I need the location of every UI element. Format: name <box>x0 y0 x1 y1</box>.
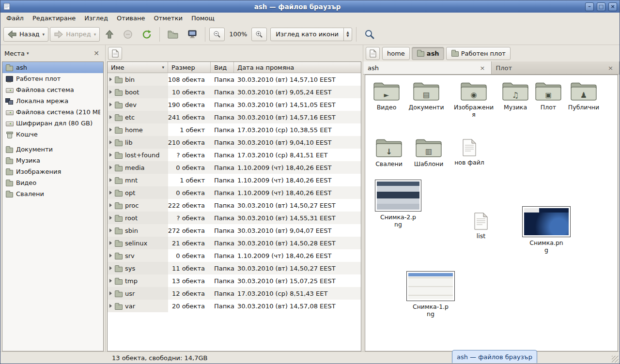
expander-icon[interactable] <box>109 153 112 157</box>
expander-icon[interactable] <box>109 228 112 232</box>
expander-icon[interactable] <box>109 203 112 207</box>
column-header-size[interactable]: Размер <box>168 62 211 73</box>
file-row[interactable]: sys 11 обекта Папка 30.03.2010 (вт) 14,5… <box>108 262 361 274</box>
tab-close-icon[interactable]: × <box>479 64 487 72</box>
sidebar-close-icon[interactable]: ✕ <box>92 49 101 58</box>
column-header-type[interactable]: Вид <box>211 62 234 73</box>
place-item[interactable]: Кошче <box>2 129 103 140</box>
back-history-dropdown-icon[interactable]: ▾ <box>43 32 45 37</box>
expander-icon[interactable] <box>109 254 112 258</box>
place-item[interactable]: Локална мрежа <box>2 95 103 106</box>
icon-item[interactable]: Шаблони <box>407 137 450 167</box>
expander-icon[interactable] <box>109 291 112 295</box>
zoom-in-button[interactable] <box>251 28 267 41</box>
expander-icon[interactable] <box>109 140 112 144</box>
sidebar-title[interactable]: Места <box>4 50 25 57</box>
taskbar-window-button[interactable]: ash — файлов браузър <box>452 350 537 363</box>
place-item[interactable]: Документи <box>2 144 103 155</box>
file-row[interactable]: root ? обекта Папка 30.03.2010 (вт) 14,5… <box>108 212 361 224</box>
back-button[interactable]: Назад ▾ <box>3 27 48 42</box>
place-item[interactable]: Работен плот <box>2 73 103 84</box>
menu-item[interactable]: Изглед <box>80 13 112 24</box>
file-row[interactable]: srv 0 обекта Папка 1.10.2009 (чт) 18,40,… <box>108 249 361 262</box>
tab[interactable]: Плот × <box>492 61 620 74</box>
file-row[interactable]: selinux 21 обекта Папка 30.03.2010 (вт) … <box>108 237 361 249</box>
close-button[interactable]: × <box>608 2 617 11</box>
menu-item[interactable]: Редактиране <box>28 13 80 24</box>
forward-button[interactable]: Напред ▾ <box>50 27 100 42</box>
icon-item[interactable]: Видео <box>365 80 408 111</box>
root-location-button[interactable] <box>366 47 380 60</box>
icon-item[interactable]: Документи <box>405 80 448 111</box>
expander-icon[interactable] <box>109 241 112 245</box>
menu-item[interactable]: Отметки <box>149 13 186 24</box>
expander-icon[interactable] <box>109 304 112 308</box>
up-button[interactable] <box>101 27 118 42</box>
file-row[interactable]: lib 210 обекта Папка 30.03.2010 (вт) 9,0… <box>108 136 361 149</box>
file-row[interactable]: usr 12 обекта Папка 17.03.2010 (ср) 8,51… <box>108 287 361 300</box>
place-item[interactable]: Файлова система <box>2 84 103 95</box>
breadcrumb-button[interactable]: home <box>382 47 410 60</box>
icon-item[interactable]: Снимка-2.png <box>377 180 419 228</box>
file-row[interactable]: media 0 обекта Папка 1.10.2009 (чт) 18,4… <box>108 161 361 174</box>
icon-item[interactable]: Публични <box>562 80 605 111</box>
place-item[interactable]: ash <box>2 62 103 73</box>
file-row[interactable]: var 20 обекта Папка 30.03.2010 (вт) 14,5… <box>108 300 361 312</box>
icon-item[interactable]: list <box>460 212 502 240</box>
expander-icon[interactable] <box>109 178 112 182</box>
menu-item[interactable]: Отиване <box>112 13 149 24</box>
place-item[interactable]: Свалени <box>2 188 103 199</box>
menu-item[interactable]: Помощ <box>187 13 219 24</box>
file-row[interactable]: mnt 1 обект Папка 1.10.2009 (чт) 18,40,2… <box>108 174 361 186</box>
reload-button[interactable] <box>138 27 155 42</box>
column-header-date[interactable]: Дата на промяна <box>234 62 361 73</box>
expander-icon[interactable] <box>109 90 112 94</box>
place-item[interactable]: Изображения <box>2 166 103 177</box>
file-row[interactable]: lost+found ? обекта Папка 17.03.2010 (ср… <box>108 149 361 161</box>
expander-icon[interactable] <box>109 279 112 283</box>
expander-icon[interactable] <box>109 191 112 195</box>
icon-item[interactable]: Свалени <box>368 137 410 167</box>
breadcrumb-button[interactable]: ash <box>412 47 444 60</box>
place-item[interactable] <box>2 140 103 144</box>
root-location-button[interactable] <box>108 47 122 60</box>
titlebar[interactable]: ash — файлов браузър – □ × <box>0 0 620 13</box>
file-row[interactable]: dev 190 обекта Папка 30.03.2010 (вт) 14,… <box>108 98 361 111</box>
file-row[interactable]: sbin 272 обекта Папка 30.03.2010 (вт) 9,… <box>108 224 361 237</box>
file-row[interactable]: boot 10 обекта Папка 30.03.2010 (вт) 9,0… <box>108 86 361 98</box>
icon-item[interactable]: Снимка.png <box>525 206 568 254</box>
minimize-button[interactable]: – <box>585 2 594 11</box>
expander-icon[interactable] <box>109 166 112 169</box>
place-item[interactable]: Файлова система (210 MB) <box>2 106 103 118</box>
view-mode-select[interactable]: Изглед като икони ▲▼ <box>270 28 352 41</box>
expander-icon[interactable] <box>109 216 112 220</box>
home-button[interactable] <box>164 27 182 42</box>
expander-icon[interactable] <box>109 77 112 81</box>
view-mode-spinner-icon[interactable]: ▲▼ <box>343 28 352 41</box>
file-row[interactable]: bin 108 обекта Папка 30.03.2010 (вт) 14,… <box>108 73 361 86</box>
search-button[interactable] <box>360 26 379 43</box>
icon-item[interactable]: нов файл <box>448 138 491 166</box>
zoom-out-button[interactable] <box>209 28 225 41</box>
computer-button[interactable] <box>184 27 201 42</box>
expander-icon[interactable] <box>109 266 112 270</box>
tab[interactable]: ash × <box>363 61 492 74</box>
file-row[interactable]: tmp 13 обекта Папка 30.03.2010 (вт) 15,0… <box>108 274 361 287</box>
tab-close-icon[interactable]: × <box>606 64 615 72</box>
file-row[interactable]: home 1 обект Папка 17.03.2010 (ср) 10,38… <box>108 123 361 136</box>
maximize-button[interactable]: □ <box>597 2 605 11</box>
sidebar-mode-dropdown-icon[interactable]: ▾ <box>27 51 29 56</box>
expander-icon[interactable] <box>109 128 112 132</box>
file-row[interactable]: opt 0 обекта Папка 1.10.2009 (чт) 18,40,… <box>108 186 361 199</box>
icon-item[interactable]: Снимка-1.png <box>409 271 452 318</box>
breadcrumb-button[interactable]: Работен плот <box>446 47 511 60</box>
resize-grip[interactable] <box>612 356 619 363</box>
file-row[interactable]: proc 222 обекта Папка 30.03.2010 (вт) 14… <box>108 199 361 212</box>
place-item[interactable]: Музика <box>2 155 103 166</box>
place-item[interactable]: Шифриран дял (80 GB) <box>2 118 103 129</box>
file-row[interactable]: etc 241 обекта Папка 30.03.2010 (вт) 14,… <box>108 111 361 123</box>
icon-item[interactable]: Изображения <box>452 80 495 118</box>
menu-item[interactable]: Файл <box>2 13 28 24</box>
expander-icon[interactable] <box>109 115 112 119</box>
column-header-name[interactable]: Име ▾ <box>108 62 168 73</box>
